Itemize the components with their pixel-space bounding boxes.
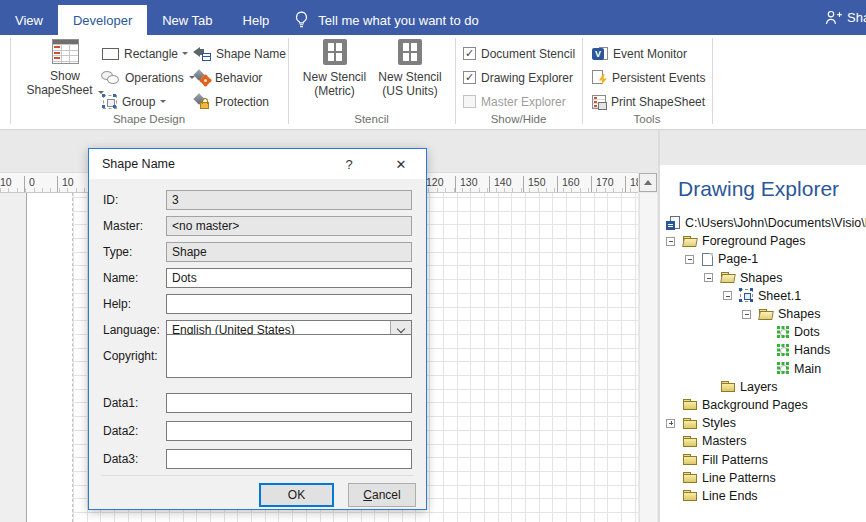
cancel-label-c: C <box>363 488 372 502</box>
data3-input[interactable] <box>166 449 412 469</box>
checkbox-checked-icon: ✓ <box>463 47 476 60</box>
ribbon-developer: Show ShapeSheet Rectangle Operations Gro… <box>0 35 866 130</box>
ok-button[interactable]: OK <box>259 483 334 507</box>
persistent-events-button[interactable]: Persistent Events <box>592 68 705 87</box>
folder-icon <box>683 436 697 447</box>
tree-item-document-root[interactable]: C:\Users\John\Documents\Visio\L <box>666 214 866 232</box>
dropdown-arrow-icon <box>160 100 166 103</box>
shape-icon <box>778 345 789 356</box>
operations-icon <box>101 71 120 85</box>
checkbox-checked-icon: ✓ <box>463 71 476 84</box>
tree-item-hands[interactable]: Hands <box>666 341 866 359</box>
tree-item-shapes[interactable]: Shapes <box>666 269 866 287</box>
type-field: Shape <box>166 242 412 262</box>
behavior-button[interactable]: Behavior <box>194 68 262 87</box>
stencil-group-label: Stencil <box>288 113 455 125</box>
shape-name-button[interactable]: Shape Name <box>193 44 286 63</box>
event-monitor-label: Event Monitor <box>613 47 687 61</box>
data1-input[interactable] <box>166 393 412 413</box>
group-shape-icon <box>740 289 753 302</box>
collapse-icon[interactable] <box>666 237 675 246</box>
rectangle-label: Rectangle <box>124 47 178 61</box>
new-stencil-icon <box>323 39 347 65</box>
tree-item-background-pages[interactable]: Background Pages <box>666 396 866 414</box>
master-explorer-label: Master Explorer <box>481 95 566 109</box>
print-shapesheet-label: Print ShapeSheet <box>611 95 705 109</box>
dialog-title: Shape Name <box>102 157 175 171</box>
tab-new-tab[interactable]: New Tab <box>147 5 227 35</box>
data2-input[interactable] <box>166 421 412 441</box>
visio-window: View Developer New Tab Help Tell me what… <box>0 0 866 522</box>
open-folder-icon <box>683 236 697 247</box>
tree-item-line-ends[interactable]: Line Ends <box>666 487 866 505</box>
tree-item-label: Layers <box>740 380 778 394</box>
copyright-label: Copyright: <box>103 349 158 363</box>
share-label: Share <box>847 10 866 25</box>
collapse-icon[interactable] <box>704 273 713 282</box>
shape-name-icon <box>193 46 211 61</box>
tree-item-layers[interactable]: Layers <box>666 378 866 396</box>
ribbon-tab-bar: View Developer New Tab Help Tell me what… <box>0 0 866 35</box>
tree-item-masters[interactable]: Masters <box>666 432 866 450</box>
tell-me-label: Tell me what you want to do <box>318 13 478 28</box>
tree-item-main[interactable]: Main <box>666 360 866 378</box>
data3-label: Data3: <box>103 452 138 466</box>
event-monitor-button[interactable]: V Event Monitor <box>592 44 687 63</box>
tab-developer[interactable]: Developer <box>58 5 147 35</box>
new-stencil-metric-button[interactable]: New Stencil (Metric) <box>298 39 371 98</box>
tree-item-foreground-pages[interactable]: Foreground Pages <box>666 232 866 250</box>
tree-item-dots[interactable]: Dots <box>666 323 866 341</box>
operations-button[interactable]: Operations <box>101 68 195 87</box>
help-input[interactable] <box>166 294 412 314</box>
new-stencil-us-line2: (US Units) <box>382 84 437 98</box>
print-shapesheet-icon <box>592 95 606 109</box>
group-divider <box>455 38 456 124</box>
scrollbar-up-button[interactable] <box>639 173 657 192</box>
group-divider <box>712 38 713 124</box>
expand-icon[interactable] <box>666 419 675 428</box>
collapse-icon[interactable] <box>742 310 751 319</box>
new-stencil-metric-line1: New Stencil <box>303 70 366 84</box>
copyright-textarea[interactable] <box>166 334 412 378</box>
show-hide-group-label: Show/Hide <box>455 113 582 125</box>
new-stencil-us-button[interactable]: New Stencil (US Units) <box>372 39 448 98</box>
tree-item-shapes-inner[interactable]: Shapes <box>666 305 866 323</box>
ruler-label: 150 <box>523 176 546 193</box>
share-button[interactable]: Share <box>824 0 866 35</box>
data2-label: Data2: <box>103 424 138 438</box>
rectangle-button[interactable]: Rectangle <box>102 44 188 63</box>
tree-item-sheet-1[interactable]: Sheet.1 <box>666 287 866 305</box>
print-shapesheet-button[interactable]: Print ShapeSheet <box>592 92 705 111</box>
dropdown-arrow-icon[interactable] <box>182 52 188 55</box>
protection-button[interactable]: Protection <box>194 92 269 111</box>
vertical-scrollbar[interactable] <box>639 193 657 522</box>
tree-item-label: Dots <box>794 325 820 339</box>
ruler-label: 130 <box>455 176 478 193</box>
tree-item-page-1[interactable]: Page-1 <box>666 250 866 268</box>
tree-item-label: Shapes <box>740 271 782 285</box>
tab-help[interactable]: Help <box>228 5 285 35</box>
cancel-button[interactable]: Cancel <box>348 483 416 507</box>
dialog-help-button[interactable]: ? <box>332 149 366 179</box>
group-button[interactable]: Group <box>103 92 166 111</box>
protection-label: Protection <box>215 95 269 109</box>
checkbox-unchecked-icon <box>463 95 476 108</box>
tree-item-label: Background Pages <box>702 398 808 412</box>
tree-item-fill-patterns[interactable]: Fill Patterns <box>666 450 866 468</box>
master-label: Master: <box>103 219 143 233</box>
tree-item-line-patterns[interactable]: Line Patterns <box>666 469 866 487</box>
dialog-title-bar[interactable]: Shape Name <box>89 149 426 179</box>
name-input[interactable] <box>166 268 412 288</box>
collapse-icon[interactable] <box>723 291 732 300</box>
dialog-close-button[interactable]: ✕ <box>384 149 418 179</box>
tab-view[interactable]: View <box>0 5 58 35</box>
tree-item-styles[interactable]: Styles <box>666 414 866 432</box>
collapse-icon[interactable] <box>685 255 694 264</box>
tell-me-box[interactable]: Tell me what you want to do <box>284 5 488 35</box>
ruler-label: 0 <box>24 176 35 193</box>
master-field: <no master> <box>166 216 412 236</box>
show-shapesheet-button[interactable]: Show ShapeSheet <box>34 39 96 97</box>
tree-item-label: Fill Patterns <box>702 453 768 467</box>
document-stencil-checkbox[interactable]: ✓ Document Stencil <box>463 44 575 63</box>
drawing-explorer-checkbox[interactable]: ✓ Drawing Explorer <box>463 68 573 87</box>
